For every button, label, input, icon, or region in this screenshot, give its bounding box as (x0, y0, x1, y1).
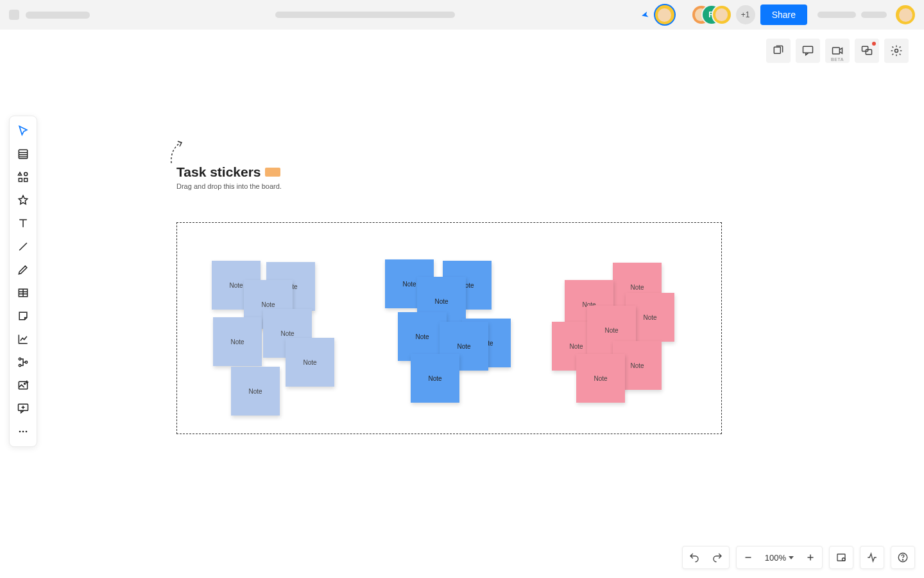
zoom-level-text: 100% (765, 553, 786, 563)
menu-placeholder (9, 10, 19, 20)
help-icon (897, 552, 909, 563)
avatar-cluster[interactable]: R (692, 6, 731, 24)
sticker-pile-pink: Note Note Note Note Note Note Note (552, 258, 687, 405)
undo-icon (689, 552, 700, 563)
center-placeholder (275, 12, 455, 18)
arrow-scribble-icon (167, 139, 193, 164)
right-placeholder-1 (817, 12, 856, 18)
svg-point-37 (843, 558, 846, 561)
sticky-note[interactable]: Note (411, 354, 459, 403)
redo-icon (712, 552, 723, 563)
zoom-out-button[interactable] (737, 546, 760, 569)
plus-icon (805, 552, 816, 563)
share-button[interactable]: Share (760, 4, 807, 25)
sticky-note[interactable]: Note (286, 338, 334, 387)
chevron-down-icon (789, 556, 794, 559)
activity-icon (866, 552, 878, 563)
activity-button[interactable] (860, 546, 884, 569)
avatar-account[interactable] (896, 5, 915, 24)
frame-icon (835, 552, 847, 563)
more-users-badge[interactable]: +1 (736, 5, 755, 24)
top-bar: ➤ R +1 Share (0, 0, 924, 30)
ticket-emoji-icon (265, 168, 280, 177)
zoom-in-button[interactable] (799, 546, 822, 569)
svg-point-39 (902, 559, 903, 560)
sticky-note[interactable]: Note (213, 317, 262, 366)
help-button[interactable] (891, 546, 914, 569)
bottom-bar: 100% (682, 546, 915, 569)
sticky-note[interactable]: Note (576, 354, 625, 403)
minimap-button[interactable] (830, 546, 853, 569)
minus-icon (742, 552, 754, 563)
cursor-presence-icon: ➤ (640, 9, 650, 21)
redo-button[interactable] (706, 546, 729, 569)
svg-rect-36 (837, 554, 845, 561)
sticker-pile-blue: Note Note Note Note Note Note Note (382, 254, 523, 408)
avatar-user-4[interactable] (713, 6, 731, 24)
right-placeholder-2 (861, 12, 887, 18)
undo-button[interactable] (683, 546, 706, 569)
sticky-note[interactable]: Note (231, 367, 280, 416)
avatar-current-user[interactable] (655, 5, 674, 24)
canvas[interactable]: Task stickers Drag and drop this into th… (0, 30, 924, 578)
title-placeholder (26, 12, 90, 19)
sticker-pile-blue-light: Note Note Note Note Note Note Note (205, 254, 340, 421)
section-heading: Task stickers Drag and drop this into th… (176, 164, 282, 190)
zoom-level[interactable]: 100% (760, 553, 799, 563)
section-title: Task stickers (176, 164, 261, 180)
section-subtitle: Drag and drop this into the board. (176, 182, 282, 190)
